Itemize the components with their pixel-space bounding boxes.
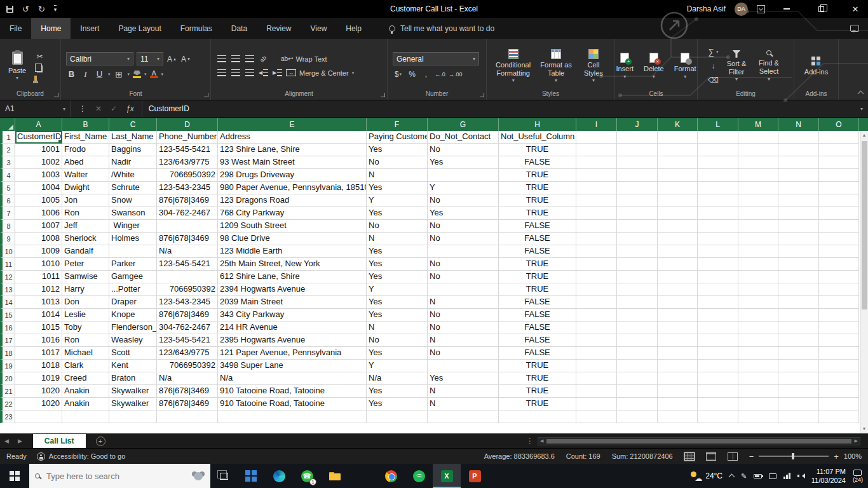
cell-L17[interactable] <box>698 334 738 347</box>
cell-L9[interactable] <box>698 233 738 245</box>
cell-J21[interactable] <box>617 385 658 398</box>
orientation-button[interactable]: ab <box>258 53 269 64</box>
cell-O10[interactable] <box>819 245 859 258</box>
cell-L10[interactable] <box>698 245 738 258</box>
cell-F6[interactable]: Y <box>367 194 428 207</box>
cell-G6[interactable]: No <box>428 194 499 207</box>
cell-M15[interactable] <box>738 309 778 322</box>
column-header-J[interactable]: J <box>617 118 658 131</box>
cell-J1[interactable] <box>617 131 658 144</box>
cell-H22[interactable]: TRUE <box>499 398 576 410</box>
cell-O8[interactable] <box>819 220 859 233</box>
cell-B1[interactable]: First_Name <box>62 131 109 144</box>
cell-M5[interactable] <box>738 182 778 194</box>
cell-D18[interactable]: 123/643/9775 <box>157 347 218 360</box>
redo-icon[interactable]: ↻ <box>38 4 45 14</box>
wrap-text-button[interactable]: ab↩ Wrap Text <box>281 53 327 64</box>
cell-M17[interactable] <box>738 334 778 347</box>
cell-J2[interactable] <box>617 144 658 156</box>
column-header-E[interactable]: E <box>218 118 367 131</box>
autosum-button[interactable]: ∑▾ <box>708 46 719 57</box>
cell-L5[interactable] <box>698 182 738 194</box>
cell-A10[interactable]: 1009 <box>15 245 62 258</box>
cell-K1[interactable] <box>658 131 698 144</box>
row-header-7[interactable]: 7 <box>0 207 15 220</box>
cell-I12[interactable] <box>576 271 617 283</box>
zoom-slider[interactable] <box>759 456 829 457</box>
cell-N17[interactable] <box>778 334 819 347</box>
cell-E18[interactable]: 121 Paper Avenue, Pennsylvania <box>218 347 367 360</box>
paste-button[interactable]: Paste ▾ <box>5 50 29 82</box>
cell-K13[interactable] <box>658 283 698 296</box>
row-header-18[interactable]: 18 <box>0 347 15 360</box>
column-header-K[interactable]: K <box>658 118 698 131</box>
cell-H17[interactable]: FALSE <box>499 334 576 347</box>
cell-D7[interactable]: 304-762-2467 <box>157 207 218 220</box>
accessibility-status[interactable]: Accessibility: Good to go <box>37 452 125 461</box>
cell-A18[interactable]: 1017 <box>15 347 62 360</box>
cell-N3[interactable] <box>778 156 819 169</box>
cell-J23[interactable] <box>617 410 658 423</box>
cell-L21[interactable] <box>698 385 738 398</box>
align-right-button[interactable] <box>244 67 255 78</box>
delete-cells-button[interactable]: Delete ▾ <box>641 51 667 80</box>
start-button[interactable] <box>0 464 29 488</box>
column-header-A[interactable]: A <box>15 118 62 131</box>
row-header-3[interactable]: 3 <box>0 156 15 169</box>
cell-F14[interactable]: Yes <box>367 296 428 309</box>
cell-K4[interactable] <box>658 169 698 182</box>
column-header-M[interactable]: M <box>738 118 778 131</box>
cell-E6[interactable]: 123 Dragons Road <box>218 194 367 207</box>
cell-M2[interactable] <box>738 144 778 156</box>
cell-C7[interactable]: Swanson <box>109 207 157 220</box>
cell-E5[interactable]: 980 Paper Avenue, Pennsylvania, 18510 <box>218 182 367 194</box>
cell-J20[interactable] <box>617 372 658 385</box>
cell-F22[interactable]: Yes <box>367 398 428 410</box>
conditional-formatting-button[interactable]: Conditional Formatting ▾ <box>492 48 534 84</box>
cell-B8[interactable]: Jeff <box>62 220 109 233</box>
font-dialog-launcher-icon[interactable] <box>204 93 208 97</box>
cell-H3[interactable]: FALSE <box>499 156 576 169</box>
cell-N21[interactable] <box>778 385 819 398</box>
cell-N20[interactable] <box>778 372 819 385</box>
zoom-level[interactable]: 100% <box>844 452 862 460</box>
row-header-20[interactable]: 20 <box>0 372 15 385</box>
cell-H15[interactable]: FALSE <box>499 309 576 322</box>
cell-H23[interactable] <box>499 410 576 423</box>
cell-E9[interactable]: 98 Clue Drive <box>218 233 367 245</box>
cell-I15[interactable] <box>576 309 617 322</box>
cell-C19[interactable]: Kent <box>109 360 157 372</box>
user-avatar[interactable]: DA <box>735 3 748 16</box>
row-header-19[interactable]: 19 <box>0 360 15 372</box>
cell-C21[interactable]: Skywalker <box>109 385 157 398</box>
cell-H18[interactable]: FALSE <box>499 347 576 360</box>
cell-O19[interactable] <box>819 360 859 372</box>
cell-D4[interactable]: 7066950392 <box>157 169 218 182</box>
cell-E10[interactable]: 123 Middle Earth <box>218 245 367 258</box>
cell-J8[interactable] <box>617 220 658 233</box>
cell-F11[interactable]: Yes <box>367 258 428 271</box>
row-header-2[interactable]: 2 <box>0 144 15 156</box>
cell-D22[interactable]: 876|678|3469 <box>157 398 218 410</box>
row-header-5[interactable]: 5 <box>0 182 15 194</box>
minimize-button[interactable] <box>774 0 799 18</box>
cell-D20[interactable]: N/a <box>157 372 218 385</box>
cell-H12[interactable]: TRUE <box>499 271 576 283</box>
cell-C15[interactable]: Knope <box>109 309 157 322</box>
align-bottom-button[interactable] <box>244 53 255 64</box>
cell-J13[interactable] <box>617 283 658 296</box>
cell-K22[interactable] <box>658 398 698 410</box>
cell-E7[interactable]: 768 City Parkway <box>218 207 367 220</box>
page-break-view-button[interactable] <box>728 452 738 461</box>
user-name[interactable]: Darsha Asif <box>687 4 726 13</box>
cell-M6[interactable] <box>738 194 778 207</box>
cell-C13[interactable]: ...Potter <box>109 283 157 296</box>
cell-H4[interactable]: TRUE <box>499 169 576 182</box>
cell-N4[interactable] <box>778 169 819 182</box>
cell-B22[interactable]: Anakin <box>62 398 109 410</box>
cell-G18[interactable]: No <box>428 347 499 360</box>
cell-O5[interactable] <box>819 182 859 194</box>
cell-E13[interactable]: 2394 Hogwarts Avenue <box>218 283 367 296</box>
display-icon[interactable] <box>769 473 776 479</box>
name-box[interactable]: A1 ▾ <box>0 100 71 117</box>
